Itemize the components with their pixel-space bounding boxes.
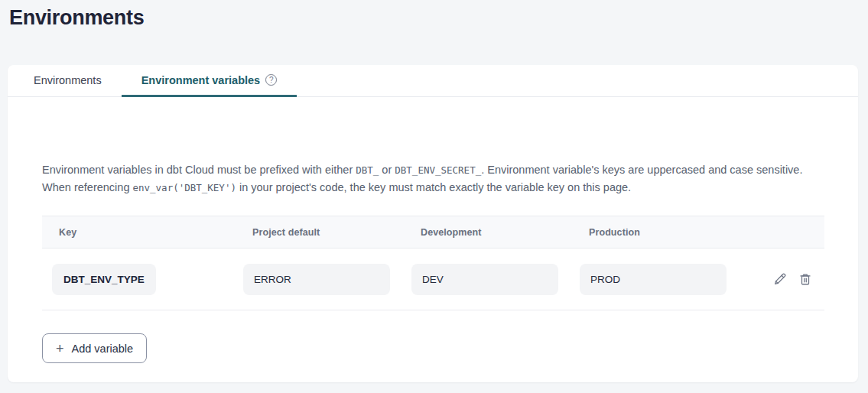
inline-code-dbt-env-secret-prefix: DBT_ENV_SECRET_ [395, 164, 481, 176]
cell-production: PROD [580, 264, 748, 295]
tab-environments[interactable]: Environments [14, 65, 122, 97]
column-header-development: Development [411, 227, 580, 238]
page-title: Environments [9, 6, 144, 30]
cell-key: DBT_ENV_TYPE [42, 264, 243, 295]
plus-icon: + [56, 342, 64, 356]
description-text: Environment variables in dbt Cloud must … [42, 161, 824, 196]
variable-key-chip: DBT_ENV_TYPE [52, 264, 156, 295]
inline-code-dbt-prefix: DBT_ [356, 164, 379, 176]
cell-development: DEV [411, 264, 580, 295]
column-header-key: Key [42, 227, 243, 238]
project-default-value: ERROR [243, 264, 390, 295]
description-segment: Environment variables in dbt Cloud must … [42, 164, 356, 176]
description-segment: or [379, 164, 395, 176]
row-actions [748, 272, 824, 286]
tab-panel-environment-variables: Environment variables in dbt Cloud must … [8, 161, 858, 363]
table-header-row: Key Project default Development Producti… [42, 216, 824, 248]
environment-variables-card: Environments Environment variables ? Env… [8, 65, 858, 382]
cell-project-default: ERROR [243, 264, 411, 295]
add-variable-button[interactable]: + Add variable [42, 333, 147, 363]
column-header-production: Production [580, 227, 748, 238]
column-header-project-default: Project default [243, 227, 411, 238]
delete-trash-icon[interactable] [798, 272, 812, 286]
inline-code-env-var: env_var('DBT_KEY') [132, 182, 236, 193]
production-value: PROD [580, 264, 727, 295]
tab-environment-variables-label: Environment variables [141, 74, 261, 86]
description-segment: in your project's code, the key must mat… [236, 181, 631, 193]
table-row: DBT_ENV_TYPE ERROR DEV PROD [42, 248, 824, 310]
tab-environments-label: Environments [34, 74, 102, 86]
variables-table: Key Project default Development Producti… [42, 216, 824, 310]
tab-environment-variables[interactable]: Environment variables ? [122, 65, 297, 97]
tab-bar: Environments Environment variables ? [8, 65, 858, 97]
help-icon[interactable]: ? [265, 74, 277, 86]
add-variable-label: Add variable [72, 343, 134, 355]
edit-pencil-icon[interactable] [773, 272, 787, 286]
development-value: DEV [411, 264, 558, 295]
